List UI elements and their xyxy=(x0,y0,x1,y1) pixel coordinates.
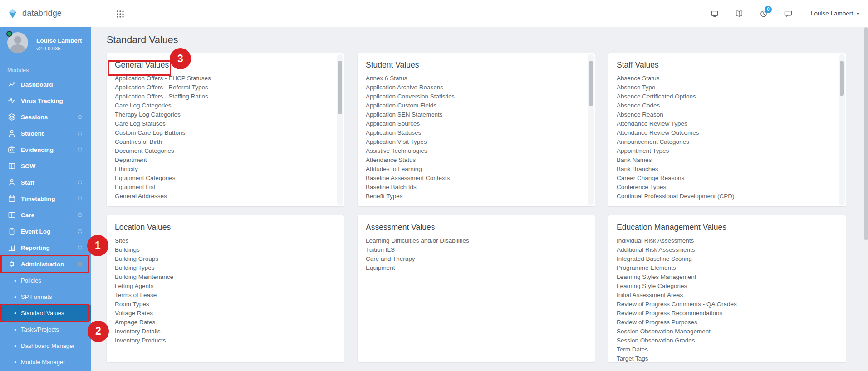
value-link[interactable]: Appointment Types xyxy=(617,146,838,156)
sidebar-subitem-standard-values[interactable]: •Standard Values xyxy=(0,305,91,321)
value-link[interactable]: Term Dates xyxy=(617,345,838,354)
value-link[interactable]: Session Observation Grades xyxy=(617,336,838,345)
value-link[interactable]: Assistive Technologies xyxy=(366,146,587,156)
sidebar-item-care[interactable]: Care xyxy=(0,207,91,223)
value-link[interactable]: Attendance Review Types xyxy=(617,119,838,128)
value-link[interactable]: Inventory Products xyxy=(115,336,336,345)
chat-icon[interactable] xyxy=(784,9,793,18)
value-link[interactable]: Ethnicity xyxy=(115,165,336,174)
sidebar-subitem-module-manager[interactable]: •Module Manager xyxy=(0,354,91,370)
sidebar-item-staff[interactable]: Staff xyxy=(0,174,91,190)
user-menu[interactable]: Louise Lambert xyxy=(811,10,860,17)
sidebar-subitem-dashboard-manager[interactable]: •Dashboard Manager xyxy=(0,337,91,354)
value-link[interactable]: Terms of Lease xyxy=(115,291,336,300)
value-link[interactable]: Review of Progress Recommendations xyxy=(617,309,838,318)
value-link[interactable]: Application Offers - Staffing Ratios xyxy=(115,92,336,101)
page-scrollbar-thumb[interactable] xyxy=(864,27,868,240)
scrollbar-thumb[interactable] xyxy=(840,61,844,96)
value-link[interactable]: Application Archive Reasons xyxy=(366,83,587,92)
value-link[interactable]: Care Log Statuses xyxy=(115,119,336,128)
value-link[interactable]: Attendance Review Outcomes xyxy=(617,128,838,137)
value-link[interactable]: Attitudes to Learning xyxy=(366,165,587,174)
card-scrollbar[interactable] xyxy=(337,54,343,205)
value-link[interactable]: Application Sources xyxy=(366,119,587,128)
value-link[interactable]: Review of Progress Comments - QA Grades xyxy=(617,300,838,309)
sidebar-item-student[interactable]: Student xyxy=(0,125,91,142)
value-link[interactable]: Ampage Rates xyxy=(115,318,336,327)
value-link[interactable]: Absence Codes xyxy=(617,101,838,110)
scrollbar-thumb[interactable] xyxy=(589,61,593,106)
value-link[interactable]: Equipment List xyxy=(115,183,336,192)
value-link[interactable]: Absence Status xyxy=(617,74,838,83)
value-link[interactable]: Application Offers - EHCP Statuses xyxy=(115,74,336,83)
value-link[interactable]: Application Visit Types xyxy=(366,137,587,146)
value-link[interactable]: Therapy Log Categories xyxy=(115,110,336,119)
value-link[interactable]: Building Maintenance xyxy=(115,273,336,282)
sidebar-subitem-tasks-projects[interactable]: •Tasks/Projects xyxy=(0,321,91,337)
value-link[interactable]: Letting Agents xyxy=(115,282,336,291)
sidebar-item-administration[interactable]: Administration xyxy=(0,256,91,272)
value-link[interactable]: Document Categories xyxy=(115,146,336,156)
value-link[interactable]: Sites xyxy=(115,236,336,245)
value-link[interactable]: Equipment xyxy=(366,264,587,273)
sidebar-item-virus-tracking[interactable]: Virus Tracking xyxy=(0,93,91,109)
value-link[interactable]: Application SEN Statements xyxy=(366,110,587,119)
value-link[interactable]: Announcement Categories xyxy=(617,137,838,146)
value-link[interactable]: Countries of Birth xyxy=(115,137,336,146)
value-link[interactable]: Absence Certificated Options xyxy=(617,92,838,101)
value-link[interactable]: Programme Elements xyxy=(617,264,838,273)
value-link[interactable]: Career Change Reasons xyxy=(617,174,838,183)
value-link[interactable]: Annex 6 Status xyxy=(366,74,587,83)
value-link[interactable]: Learning Difficulties and/or Disabilitie… xyxy=(366,236,587,245)
value-link[interactable]: Continual Professional Development (CPD) xyxy=(617,192,838,201)
app-logo[interactable]: databridge xyxy=(7,8,62,19)
value-link[interactable]: Session Observation Management xyxy=(617,327,838,336)
value-link[interactable]: Application Statuses xyxy=(366,128,587,137)
value-link[interactable]: Target Tags xyxy=(617,354,838,362)
app-grid-icon[interactable] xyxy=(116,10,124,18)
value-link[interactable]: Building Groups xyxy=(115,254,336,264)
value-link[interactable]: Application Custom Fields xyxy=(366,101,587,110)
value-link[interactable]: Absence Reason xyxy=(617,110,838,119)
sidebar-item-reporting[interactable]: Reporting xyxy=(0,239,91,256)
sidebar-item-event-log[interactable]: Event Log xyxy=(0,223,91,239)
scrollbar-thumb[interactable] xyxy=(338,61,342,114)
book-icon[interactable] xyxy=(735,9,744,18)
value-link[interactable]: Care Log Categories xyxy=(115,101,336,110)
value-link[interactable]: Individual Risk Assessments xyxy=(617,236,838,245)
value-link[interactable]: Custom Care Log Buttons xyxy=(115,128,336,137)
value-link[interactable]: Bank Names xyxy=(617,156,838,165)
sidebar-item-timetabling[interactable]: Timetabling xyxy=(0,190,91,207)
value-link[interactable]: Integrated Baseline Scoring xyxy=(617,254,838,264)
value-link[interactable]: Tuition ILS xyxy=(366,245,587,254)
value-link[interactable]: Absence Type xyxy=(617,83,838,92)
value-link[interactable]: Additional Risk Assessments xyxy=(617,245,838,254)
value-link[interactable]: Initial Assessment Areas xyxy=(617,291,838,300)
card-scrollbar[interactable] xyxy=(839,54,845,205)
value-link[interactable]: Department xyxy=(115,156,336,165)
sidebar-item-sow[interactable]: SOW xyxy=(0,158,91,174)
card-scrollbar[interactable] xyxy=(588,54,594,205)
value-link[interactable]: Baseline Batch Ids xyxy=(366,183,587,192)
clock-icon[interactable]: 0 xyxy=(759,9,768,18)
value-link[interactable]: Application Conversion Statistics xyxy=(366,92,587,101)
value-link[interactable]: Benefit Types xyxy=(366,192,587,201)
sidebar-item-evidencing[interactable]: Evidencing xyxy=(0,142,91,158)
value-link[interactable]: Conference Types xyxy=(617,183,838,192)
value-link[interactable]: Building Types xyxy=(115,264,336,273)
value-link[interactable]: Buildings xyxy=(115,245,336,254)
page-scrollbar[interactable] xyxy=(864,27,868,371)
value-link[interactable]: Attendance Status xyxy=(366,156,587,165)
value-link[interactable]: Review of Progress Purposes xyxy=(617,318,838,327)
sidebar-subitem-sp-formats[interactable]: •SP Formats xyxy=(0,288,91,305)
sidebar-subitem-policies[interactable]: •Policies xyxy=(0,272,91,288)
sidebar-item-sessions[interactable]: Sessions xyxy=(0,109,91,125)
sidebar-item-dashboard[interactable]: Dashboard xyxy=(0,76,91,93)
value-link[interactable]: Bank Branches xyxy=(617,165,838,174)
value-link[interactable]: Room Types xyxy=(115,300,336,309)
value-link[interactable]: Baseline Assessment Contexts xyxy=(366,174,587,183)
value-link[interactable]: Care and Therapy xyxy=(366,254,587,264)
value-link[interactable]: Inventory Details xyxy=(115,327,336,336)
value-link[interactable]: General Addresses xyxy=(115,192,336,201)
value-link[interactable]: Learning Styles Management xyxy=(617,273,838,282)
